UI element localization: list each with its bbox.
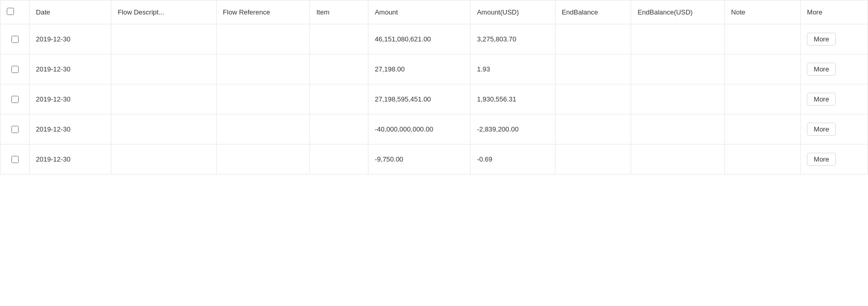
cell-end-balance [555,84,631,114]
cell-note [724,24,801,54]
row-checkbox-2[interactable] [11,66,19,73]
row-checkbox-3[interactable] [11,96,19,103]
cell-end-balance [555,114,631,144]
header-amount: Amount [368,1,471,24]
cell-end-balance-usd [631,54,724,84]
row-checkbox-cell [1,54,30,84]
cell-amount-usd: 1,930,556.31 [471,84,555,114]
cell-amount: 27,198,595,451.00 [368,84,471,114]
header-end-balance-usd: EndBalance(USD) [631,1,724,24]
more-button-4[interactable]: More [807,123,836,136]
cell-amount: 46,151,080,621.00 [368,24,471,54]
header-more: More [801,1,868,24]
cell-note [724,114,801,144]
cell-note [724,84,801,114]
cell-note [724,144,801,174]
cell-amount-usd: -0.69 [471,144,555,174]
cell-date: 2019-12-30 [30,114,111,144]
header-date: Date [30,1,111,24]
cell-end-balance [555,24,631,54]
more-button-5[interactable]: More [807,153,836,166]
header-flow-reference: Flow Reference [217,1,310,24]
header-checkbox [1,1,30,24]
cell-flow-description [111,84,217,114]
cell-amount: -40,000,000,000.00 [368,114,471,144]
table-container: Date Flow Descript... Flow Reference Ite… [0,0,868,174]
cell-flow-description [111,144,217,174]
table-row: 2019-12-30 27,198,595,451.00 1,930,556.3… [1,84,868,114]
cell-end-balance [555,54,631,84]
cell-item [310,144,368,174]
cell-end-balance-usd [631,114,724,144]
header-end-balance: EndBalance [555,1,631,24]
cell-more: More [801,84,868,114]
select-all-checkbox[interactable] [7,8,14,15]
cell-more: More [801,54,868,84]
cell-flow-reference [217,84,310,114]
cell-amount: 27,198.00 [368,54,471,84]
cell-more: More [801,24,868,54]
table-header-row: Date Flow Descript... Flow Reference Ite… [1,1,868,24]
cell-item [310,114,368,144]
row-checkbox-cell [1,24,30,54]
cell-amount: -9,750.00 [368,144,471,174]
table-row: 2019-12-30 27,198.00 1.93 More [1,54,868,84]
cell-flow-description [111,54,217,84]
cell-note [724,54,801,84]
row-checkbox-1[interactable] [11,36,19,43]
more-button-1[interactable]: More [807,33,836,46]
row-checkbox-cell [1,114,30,144]
table-row: 2019-12-30 -40,000,000,000.00 -2,839,200… [1,114,868,144]
cell-date: 2019-12-30 [30,144,111,174]
table-row: 2019-12-30 46,151,080,621.00 3,275,803.7… [1,24,868,54]
cell-flow-description [111,114,217,144]
cell-item [310,84,368,114]
cell-amount-usd: 3,275,803.70 [471,24,555,54]
row-checkbox-cell [1,84,30,114]
cell-flow-description [111,24,217,54]
more-button-3[interactable]: More [807,93,836,106]
cell-amount-usd: -2,839,200.00 [471,114,555,144]
row-checkbox-4[interactable] [11,126,19,133]
cell-end-balance [555,144,631,174]
cell-date: 2019-12-30 [30,84,111,114]
cell-date: 2019-12-30 [30,24,111,54]
cell-more: More [801,144,868,174]
cell-flow-reference [217,24,310,54]
cell-more: More [801,114,868,144]
cell-date: 2019-12-30 [30,54,111,84]
more-button-2[interactable]: More [807,63,836,76]
header-flow-description: Flow Descript... [111,1,217,24]
cell-end-balance-usd [631,144,724,174]
cell-flow-reference [217,54,310,84]
cell-end-balance-usd [631,84,724,114]
cell-item [310,54,368,84]
cell-flow-reference [217,114,310,144]
cell-amount-usd: 1.93 [471,54,555,84]
header-item: Item [310,1,368,24]
table-row: 2019-12-30 -9,750.00 -0.69 More [1,144,868,174]
header-amount-usd: Amount(USD) [471,1,555,24]
header-note: Note [724,1,801,24]
cell-flow-reference [217,144,310,174]
cell-item [310,24,368,54]
table-body: 2019-12-30 46,151,080,621.00 3,275,803.7… [1,24,868,174]
data-table: Date Flow Descript... Flow Reference Ite… [0,0,868,174]
row-checkbox-cell [1,144,30,174]
row-checkbox-5[interactable] [11,156,19,163]
cell-end-balance-usd [631,24,724,54]
